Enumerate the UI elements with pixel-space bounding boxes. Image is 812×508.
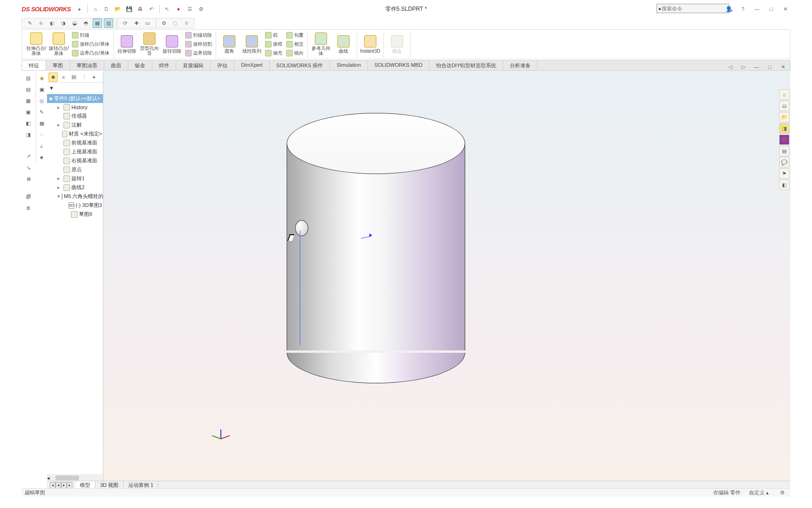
- qat-icon-3[interactable]: ◐: [47, 18, 57, 28]
- curves-button[interactable]: 曲线: [332, 31, 355, 58]
- qat-icon-10[interactable]: ✚: [132, 18, 141, 28]
- ref-geom-button[interactable]: 参考几何体: [310, 31, 332, 58]
- instant3d-button[interactable]: Instant3D: [359, 31, 382, 58]
- dim-tab-icon[interactable]: ⋮: [79, 72, 89, 82]
- qat-icon-1[interactable]: ✎: [25, 18, 34, 28]
- tree-item[interactable]: 材质 <未指定>: [47, 129, 103, 138]
- user-icon[interactable]: 👤: [724, 4, 734, 14]
- expand-icon[interactable]: ▸: [57, 184, 62, 190]
- rp-resources-icon[interactable]: 🗂: [779, 101, 789, 111]
- lt-icon-5[interactable]: ◧: [23, 119, 33, 128]
- qat-icon-8[interactable]: ▥: [104, 18, 113, 28]
- fillet-button[interactable]: 圆角: [218, 31, 241, 58]
- mirror-button[interactable]: 镜向: [284, 49, 305, 57]
- rp-addin-icon[interactable]: ⚑: [779, 168, 789, 179]
- ribbon-tab[interactable]: 怡合达DIY铝型材选型系统: [429, 61, 503, 70]
- tree-item[interactable]: 原点: [47, 165, 103, 174]
- rib-button[interactable]: 筋: [263, 31, 284, 40]
- ribbon-tab[interactable]: 曲面: [104, 61, 128, 70]
- lt-icon-8[interactable]: ↘: [23, 163, 33, 172]
- home-icon[interactable]: ⌂: [90, 4, 101, 14]
- open-icon[interactable]: 📂: [113, 4, 123, 14]
- ribbon-tab[interactable]: SOLIDWORKS MBD: [368, 61, 429, 70]
- draft-button[interactable]: 拔模: [263, 40, 284, 48]
- boundary-cut-button[interactable]: 边界切除: [183, 49, 214, 57]
- qat-icon-2[interactable]: ⎋: [36, 18, 46, 28]
- expand-icon[interactable]: ▸: [57, 175, 62, 182]
- settings-icon[interactable]: ⚙: [196, 4, 206, 14]
- intersect-button[interactable]: 相交: [284, 40, 305, 48]
- rp-appearances-icon[interactable]: ●: [779, 135, 789, 145]
- tree-filter-row[interactable]: ▼: [47, 83, 103, 93]
- qat-icon-7[interactable]: ▦: [93, 18, 102, 28]
- rp-library-icon[interactable]: 📁: [779, 112, 789, 122]
- ribbon-tab[interactable]: 评估: [211, 61, 234, 70]
- ribbon-tab[interactable]: SOLIDWORKS 插件: [270, 61, 330, 70]
- print-icon[interactable]: 🖶: [135, 4, 146, 14]
- graphics-viewport[interactable]: [103, 71, 790, 482]
- qat-icon-5[interactable]: ◒: [70, 18, 79, 28]
- lt-icon-9[interactable]: 🖥: [23, 174, 33, 183]
- tree-item[interactable]: ▸注解: [47, 120, 103, 129]
- lb-icon-2[interactable]: ▣: [37, 85, 47, 94]
- wrap-button[interactable]: 包覆: [284, 31, 305, 40]
- orientation-triad[interactable]: [212, 430, 231, 449]
- lt-icon-4[interactable]: ▣: [23, 107, 33, 117]
- lt-icon-7[interactable]: ↗: [23, 151, 33, 161]
- ribbon-tab[interactable]: 钣金: [128, 61, 152, 70]
- bottom-tab-nav[interactable]: ◂◂▸▸: [50, 482, 72, 489]
- config-tab-icon[interactable]: ▤: [69, 72, 78, 82]
- expand-icon[interactable]: ▸: [57, 122, 62, 128]
- maximize-button[interactable]: □: [766, 4, 776, 14]
- lt-icon-11[interactable]: 🗏: [23, 203, 33, 213]
- options-icon[interactable]: ☰: [185, 4, 195, 14]
- lb-icon-3[interactable]: ◎: [37, 96, 47, 105]
- scroll-thumb[interactable]: [55, 476, 79, 480]
- tree-item[interactable]: ▸旋转1: [47, 174, 103, 183]
- expand-icon[interactable]: ▸: [57, 104, 62, 111]
- rp-custom-props-icon[interactable]: ▤: [779, 146, 789, 156]
- ribbon-tab[interactable]: DimXpert: [234, 61, 270, 70]
- property-tab-icon[interactable]: ≡: [59, 72, 68, 82]
- tree-item[interactable]: ▸曲线2: [47, 183, 103, 192]
- close-button[interactable]: ✕: [780, 4, 790, 14]
- expand-icon[interactable]: ▾: [57, 193, 60, 199]
- command-search-input[interactable]: [662, 6, 726, 11]
- ribbon-tab[interactable]: 直接编辑: [176, 61, 211, 70]
- rp-view-palette-icon[interactable]: ◨: [779, 123, 789, 134]
- tree-item[interactable]: 传感器: [47, 111, 103, 120]
- tree-root-node[interactable]: ◈ 零件5 (默认<<默认>: [47, 94, 103, 103]
- rp-extra-icon[interactable]: ◧: [779, 180, 789, 190]
- rp-home-icon[interactable]: ⌂: [779, 89, 789, 100]
- tree-item[interactable]: ▸History: [47, 103, 103, 111]
- qat-icon-14[interactable]: ◊: [182, 18, 191, 28]
- hole-wizard-button[interactable]: 异型孔向导: [138, 31, 161, 58]
- tree-item[interactable]: 前视基准面: [47, 138, 103, 147]
- linear-pattern-button[interactable]: 线性阵列: [241, 31, 263, 58]
- lb-icon-7[interactable]: ⏚: [37, 141, 47, 151]
- tree-item[interactable]: ▾M5 六角头螺栓的: [47, 192, 103, 201]
- loft-cut-button[interactable]: 放样切割: [183, 40, 214, 48]
- rp-forum-icon[interactable]: 💬: [779, 157, 789, 167]
- lt-icon-3[interactable]: ▦: [23, 96, 33, 105]
- lb-icon-5[interactable]: ▦: [37, 119, 47, 128]
- sweep-cut-button[interactable]: 扫描切除: [183, 31, 214, 40]
- qat-icon-12[interactable]: ⚙: [159, 18, 169, 28]
- lt-icon-10[interactable]: 🗐: [23, 192, 33, 201]
- lb-icon-1[interactable]: ◆: [37, 73, 47, 83]
- lb-icon-8[interactable]: ♣: [37, 152, 47, 162]
- shell-button[interactable]: 抽壳: [263, 49, 284, 57]
- status-units[interactable]: 自定义 ▴: [749, 489, 769, 496]
- new-icon[interactable]: 🗋: [102, 4, 112, 14]
- lt-icon-2[interactable]: ▤: [23, 85, 33, 94]
- qat-icon-6[interactable]: ◓: [81, 18, 91, 28]
- minimize-button[interactable]: —: [752, 4, 762, 14]
- tree-item[interactable]: 草图8: [47, 210, 103, 219]
- qat-icon-11[interactable]: ▭: [143, 18, 152, 28]
- extrude-cut-button[interactable]: 拉伸切除: [116, 31, 138, 58]
- revolve-cut-button[interactable]: 旋转切除: [161, 31, 183, 58]
- loft-boss-button[interactable]: 放样凸台/基体: [70, 40, 111, 48]
- boundary-boss-button[interactable]: 边界凸台/基体: [70, 49, 111, 57]
- ribbon-tab[interactable]: Simulation: [330, 61, 367, 70]
- help-icon[interactable]: ?: [738, 4, 748, 14]
